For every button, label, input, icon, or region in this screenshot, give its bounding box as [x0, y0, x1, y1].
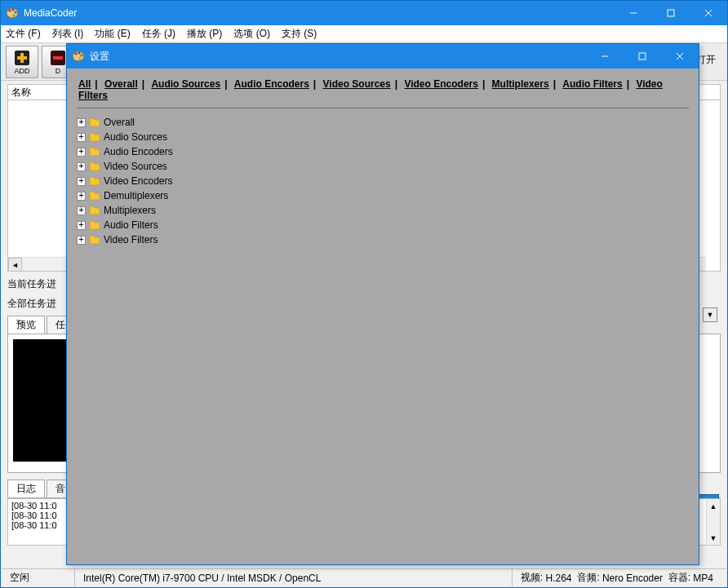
expander-icon[interactable]: +	[77, 118, 86, 127]
status-idle: 空闲	[2, 569, 75, 586]
tree-item-multiplexers[interactable]: +Multiplexers	[77, 203, 689, 218]
folder-icon	[89, 161, 100, 171]
tree-item-demultiplexers[interactable]: +Demultiplexers	[77, 188, 689, 203]
svg-rect-20	[639, 53, 646, 60]
status-cpu: Intel(R) Core(TM) i7-9700 CPU / Intel MS…	[75, 569, 513, 586]
link-overall[interactable]: Overall	[104, 78, 138, 90]
settings-window-buttons	[586, 44, 699, 69]
tree-item-video-filters[interactable]: +Video Filters	[77, 232, 689, 247]
folder-icon	[89, 132, 100, 142]
settings-nav-links: All| Overall| Audio Sources| Audio Encod…	[67, 69, 699, 106]
menu-task[interactable]: 任务 (J)	[142, 27, 175, 41]
svg-point-17	[81, 55, 83, 57]
tab-log[interactable]: 日志	[7, 480, 45, 497]
svg-rect-13	[53, 56, 63, 60]
palette-icon	[72, 50, 85, 63]
expander-icon[interactable]: +	[77, 177, 86, 186]
link-video-encoders[interactable]: Video Encoders	[404, 78, 477, 90]
folder-icon	[89, 235, 100, 245]
settings-minimize-button[interactable]	[586, 44, 624, 69]
minus-icon	[49, 49, 67, 67]
folder-icon	[89, 117, 100, 127]
link-video-sources[interactable]: Video Sources	[323, 78, 391, 90]
svg-point-1	[9, 10, 11, 12]
menu-func[interactable]: 功能 (E)	[95, 27, 130, 41]
settings-close-button[interactable]	[661, 44, 699, 69]
status-codec: 视频: H.264 音频: Nero Encoder 容器: MP4	[513, 569, 726, 586]
folder-icon	[89, 220, 100, 230]
menu-support[interactable]: 支持 (S)	[282, 27, 317, 41]
dropdown-arrow-icon[interactable]: ▼	[703, 307, 717, 322]
link-audio-sources[interactable]: Audio Sources	[151, 78, 220, 90]
tree-item-audio-sources[interactable]: +Audio Sources	[77, 130, 689, 144]
maximize-button[interactable]	[652, 1, 690, 25]
svg-point-18	[79, 58, 82, 60]
expander-icon[interactable]: +	[77, 148, 86, 157]
svg-rect-11	[17, 56, 27, 60]
main-window: MediaCoder 文件 (F) 列表 (I) 功能 (E) 任务 (J) 播…	[0, 0, 728, 588]
delete-label: D	[55, 67, 61, 75]
folder-icon	[89, 191, 100, 201]
expander-icon[interactable]: +	[77, 236, 86, 245]
tree-item-audio-filters[interactable]: +Audio Filters	[77, 218, 689, 232]
add-button[interactable]: ADD	[6, 46, 38, 78]
expander-icon[interactable]: +	[77, 206, 86, 215]
link-audio-filters[interactable]: Audio Filters	[562, 78, 622, 90]
folder-icon	[89, 176, 100, 186]
folder-icon	[89, 147, 100, 157]
tree-item-overall[interactable]: +Overall	[77, 115, 689, 130]
app-icon	[6, 7, 19, 20]
svg-point-4	[13, 15, 16, 17]
plus-icon	[13, 49, 31, 67]
tree-item-video-sources[interactable]: +Video Sources	[77, 159, 689, 174]
statusbar: 空闲 Intel(R) Core(TM) i7-9700 CPU / Intel…	[2, 568, 726, 586]
scroll-up-icon[interactable]: ▲	[707, 499, 720, 513]
window-buttons	[615, 1, 727, 25]
link-audio-encoders[interactable]: Audio Encoders	[234, 78, 309, 90]
menubar: 文件 (F) 列表 (I) 功能 (E) 任务 (J) 播放 (P) 选项 (O…	[1, 25, 727, 43]
menu-options[interactable]: 选项 (O)	[233, 27, 270, 41]
expander-icon[interactable]: +	[77, 221, 86, 230]
col-name: 名称	[11, 86, 31, 99]
main-titlebar: MediaCoder	[1, 1, 727, 25]
expander-icon[interactable]: +	[77, 162, 86, 171]
menu-play[interactable]: 播放 (P)	[187, 27, 222, 41]
settings-maximize-button[interactable]	[624, 44, 661, 69]
settings-divider	[77, 108, 689, 108]
scroll-down-icon[interactable]: ▼	[707, 531, 720, 545]
settings-window: 设置 All| Overall| Audio Sources| Audio En…	[66, 43, 699, 565]
scroll-left-icon[interactable]: ◄	[8, 258, 22, 272]
menu-file[interactable]: 文件 (F)	[6, 27, 41, 41]
tree-item-audio-encoders[interactable]: +Audio Encoders	[77, 144, 689, 159]
settings-tree: +Overall +Audio Sources +Audio Encoders …	[67, 115, 699, 247]
main-title: MediaCoder	[24, 7, 615, 19]
folder-icon	[89, 206, 100, 215]
expander-icon[interactable]: +	[77, 133, 86, 142]
minimize-button[interactable]	[615, 1, 652, 25]
close-button[interactable]	[690, 1, 727, 25]
svg-point-2	[12, 9, 15, 11]
link-all[interactable]: All	[78, 78, 91, 90]
menu-list[interactable]: 列表 (I)	[52, 27, 84, 41]
svg-point-16	[78, 52, 81, 55]
tree-item-video-encoders[interactable]: +Video Encoders	[77, 174, 689, 188]
log-scrollbar[interactable]: ▲ ▼	[706, 499, 720, 545]
expander-icon[interactable]: +	[77, 192, 86, 201]
svg-rect-6	[668, 10, 674, 16]
tab-preview[interactable]: 预览	[7, 316, 45, 334]
settings-titlebar: 设置	[67, 44, 699, 69]
svg-point-15	[75, 53, 78, 55]
svg-point-3	[15, 11, 17, 14]
settings-title: 设置	[90, 50, 586, 64]
add-label: ADD	[14, 67, 29, 75]
link-multiplexers[interactable]: Multiplexers	[492, 78, 549, 90]
